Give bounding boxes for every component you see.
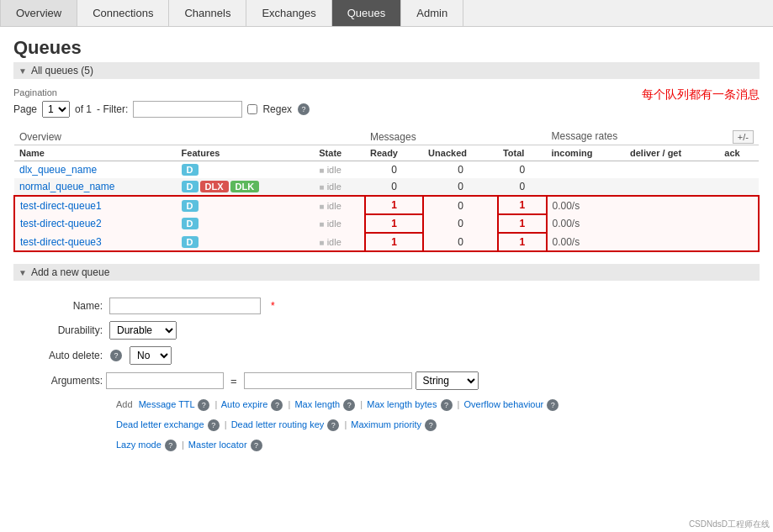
queue-total-cell: 0 [498, 161, 547, 179]
arguments-value-input[interactable] [244, 372, 412, 389]
col-ack: ack [719, 145, 759, 161]
hints-row2: Dead letter exchange ? | Dead letter rou… [27, 417, 746, 434]
arguments-row: Arguments: = String Number Boolean [27, 371, 746, 390]
arguments-key-input[interactable] [106, 372, 224, 389]
auto-delete-select[interactable]: No Yes [130, 346, 172, 365]
pagination-area: Pagination Page 1 of 1 - Filter: Regex ?… [13, 87, 760, 128]
table-row[interactable]: normal_queue_nameDDLXDLK■ idle000 [14, 178, 759, 196]
plus-minus-button[interactable]: +/- [733, 130, 754, 144]
hint-maximum-priority[interactable]: Maximum priority [351, 419, 421, 429]
nav-overview[interactable]: Overview [0, 0, 77, 26]
queue-name-cell[interactable]: dlx_queue_name [14, 161, 177, 179]
max-length-help[interactable]: ? [343, 399, 355, 411]
hint-auto-expire[interactable]: Auto expire [221, 399, 268, 409]
table-row[interactable]: test-direct-queue3D■ idle1010.00/s [14, 233, 759, 251]
max-length-bytes-help[interactable]: ? [441, 399, 453, 411]
queue-name-cell[interactable]: normal_queue_name [14, 178, 177, 196]
overflow-behaviour-help[interactable]: ? [547, 399, 559, 411]
hint-max-length[interactable]: Max length [294, 399, 340, 409]
pagination-controls: Page 1 of 1 - Filter: Regex ? [13, 101, 310, 118]
add-label: Add [116, 399, 133, 409]
all-queues-header[interactable]: ▼ All queues (5) [13, 62, 760, 79]
queue-incoming-cell [547, 161, 626, 179]
hint-overflow-behaviour[interactable]: Overflow behaviour [463, 399, 543, 409]
auto-expire-help[interactable]: ? [271, 399, 283, 411]
queue-ack-cell [719, 161, 759, 179]
regex-checkbox[interactable] [247, 104, 257, 114]
queue-name-cell[interactable]: test-direct-queue3 [14, 233, 177, 251]
add-queue-header[interactable]: ▼ Add a new queue [13, 264, 760, 281]
queue-ready-cell: 1 [365, 196, 423, 214]
col-name: Name [14, 145, 177, 161]
regex-label: Regex [262, 103, 292, 115]
message-ttl-help[interactable]: ? [198, 399, 209, 411]
nav-admin[interactable]: Admin [401, 0, 463, 26]
col-state: State [314, 145, 365, 161]
page-content: Queues ▼ All queues (5) Pagination Page … [0, 27, 773, 475]
filter-input[interactable] [133, 101, 242, 118]
queue-table: Overview Messages Message rates +/- Name… [13, 128, 760, 252]
queue-name-input[interactable] [109, 298, 261, 314]
lazy-mode-help[interactable]: ? [165, 440, 177, 451]
regex-help[interactable]: ? [298, 103, 310, 115]
queue-unacked-cell: 0 [423, 161, 498, 179]
arguments-label: Arguments: [27, 375, 103, 387]
queue-total-cell: 1 [498, 233, 547, 251]
hint-master-locator[interactable]: Master locator [188, 440, 247, 450]
queue-name-cell[interactable]: test-direct-queue2 [14, 214, 177, 233]
queue-total-cell: 0 [498, 178, 547, 196]
col-deliver-get: deliver / get [625, 145, 719, 161]
pagination-section: Pagination Page 1 of 1 - Filter: Regex ? [13, 87, 310, 118]
queue-incoming-cell: 0.00/s [547, 196, 626, 214]
queue-ack-cell [719, 178, 759, 196]
col-unacked: Unacked [423, 145, 498, 161]
hint-dead-letter-routing-key[interactable]: Dead letter routing key [231, 419, 325, 429]
queue-state-cell: ■ idle [314, 214, 365, 233]
auto-delete-help[interactable]: ? [110, 350, 122, 361]
required-star: * [271, 300, 275, 312]
messages-group: Messages [365, 128, 547, 145]
hint-dead-letter-exchange[interactable]: Dead letter exchange [116, 419, 204, 429]
add-queue-arrow: ▼ [19, 268, 27, 277]
durability-select[interactable]: Durable Transient [109, 321, 177, 340]
queue-deliver-cell [625, 233, 719, 251]
hint-message-ttl[interactable]: Message TTL [139, 399, 195, 409]
queue-ready-cell: 1 [365, 214, 423, 233]
col-ready: Ready [365, 145, 423, 161]
nav-connections[interactable]: Connections [77, 0, 169, 26]
queue-unacked-cell: 0 [423, 196, 498, 214]
arguments-type-select[interactable]: String Number Boolean [416, 371, 479, 390]
page-label: Page [13, 103, 37, 115]
queue-ready-cell: 1 [365, 233, 423, 251]
page-select[interactable]: 1 [42, 101, 70, 118]
collapse-arrow: ▼ [19, 66, 27, 76]
name-label: Name: [27, 300, 103, 312]
table-row[interactable]: test-direct-queue2D■ idle1010.00/s [14, 214, 759, 233]
queue-features-cell: D [177, 214, 315, 233]
master-locator-help[interactable]: ? [251, 440, 262, 451]
hint-max-length-bytes[interactable]: Max length bytes [367, 399, 437, 409]
table-row[interactable]: test-direct-queue1D■ idle1010.00/s [14, 196, 759, 214]
table-row[interactable]: dlx_queue_nameD■ idle000 [14, 161, 759, 179]
nav-exchanges[interactable]: Exchanges [246, 0, 331, 26]
auto-delete-row: Auto delete: ? No Yes [27, 346, 746, 365]
page-title: Queues [13, 37, 760, 59]
queue-ack-cell [719, 214, 759, 233]
message-rates-group: Message rates +/- [547, 128, 760, 145]
queue-total-cell: 1 [498, 196, 547, 214]
table-col-header-row: Name Features State Ready Unacked Total … [14, 145, 759, 161]
hint-lazy-mode[interactable]: Lazy mode [116, 440, 161, 450]
nav-queues[interactable]: Queues [332, 0, 402, 26]
dead-letter-routing-key-help[interactable]: ? [327, 419, 339, 431]
queue-ready-cell: 0 [365, 178, 423, 196]
name-row: Name: * [27, 298, 746, 314]
maximum-priority-help[interactable]: ? [425, 419, 437, 431]
queue-ack-cell [719, 233, 759, 251]
dead-letter-exchange-help[interactable]: ? [208, 419, 220, 431]
nav-channels[interactable]: Channels [169, 0, 246, 26]
queue-unacked-cell: 0 [423, 233, 498, 251]
queue-ack-cell [719, 196, 759, 214]
queue-table-wrapper: Overview Messages Message rates +/- Name… [13, 128, 760, 252]
queue-name-cell[interactable]: test-direct-queue1 [14, 196, 177, 214]
queue-features-cell: D [177, 161, 315, 179]
